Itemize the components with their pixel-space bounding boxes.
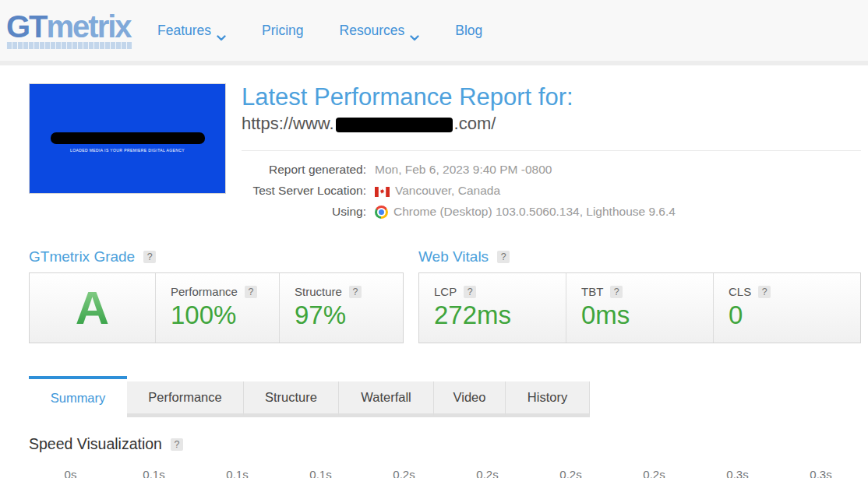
performance-label: Performance [171, 285, 238, 298]
nav-features-label: Features [157, 23, 211, 39]
metrics-section: GTmetrix Grade ? A Performance ? 100% St… [29, 248, 861, 343]
timeline-label: 0.3s [696, 468, 779, 478]
performance-value: 100% [171, 301, 279, 330]
grade-letter: A [76, 285, 109, 332]
tab-summary[interactable]: Summary [29, 376, 127, 417]
help-icon[interactable]: ? [171, 438, 183, 451]
help-icon[interactable]: ? [143, 251, 156, 263]
redaction-bar [51, 132, 205, 144]
tab-waterfall[interactable]: Waterfall [339, 381, 434, 417]
structure-label: Structure [295, 285, 342, 298]
nav-resources[interactable]: Resources [340, 23, 420, 39]
timeline-labels: 0s 0.1s 0.1s 0.1s 0.2s 0.2s 0.2s 0.2s 0.… [29, 468, 863, 478]
chevron-down-icon [217, 29, 226, 35]
tab-structure[interactable]: Structure [244, 381, 339, 417]
tab-video[interactable]: Video [434, 381, 506, 417]
url-redaction-bar [336, 118, 453, 132]
cls-label: CLS [729, 285, 751, 298]
detail-value: Chrome (Desktop) 103.0.5060.134, Lightho… [375, 205, 676, 219]
metric-label-row: LCP ? [434, 285, 566, 298]
nav-pricing-label: Pricing [262, 23, 304, 39]
web-vitals-heading: Web Vitals [418, 248, 489, 265]
chrome-browser-icon [375, 206, 388, 219]
report-details: Report generated: Mon, Feb 6, 2023 9:40 … [242, 163, 861, 219]
ruler-graphic [6, 42, 132, 49]
tab-performance[interactable]: Performance [127, 381, 244, 417]
timeline-label: 0.1s [196, 468, 279, 478]
lcp-value: 272ms [434, 301, 566, 330]
lcp-label: LCP [434, 285, 457, 298]
metric-label-row: Performance ? [171, 285, 279, 298]
timeline-label: 0.1s [279, 468, 362, 478]
canada-flag-icon [375, 186, 390, 196]
report-page: LOADED MEDIA IS YOUR PREMIERE DIGITAL AG… [0, 65, 868, 478]
timeline-label: 0.1s [112, 468, 196, 478]
gtmetrix-logo-text: GTmetrix [6, 12, 132, 41]
tbt-metric: TBT ? 0ms [566, 273, 713, 343]
metric-label-row: CLS ? [729, 285, 860, 298]
help-icon[interactable]: ? [610, 286, 623, 298]
site-thumbnail: LOADED MEDIA IS YOUR PREMIERE DIGITAL AG… [29, 83, 226, 194]
timeline-label: 0.2s [612, 468, 696, 478]
thumbnail-tagline: LOADED MEDIA IS YOUR PREMIERE DIGITAL AG… [30, 148, 225, 153]
structure-metric: Structure ? 97% [279, 273, 403, 343]
timeline-label: 0.2s [529, 468, 612, 478]
help-icon[interactable]: ? [464, 286, 476, 298]
report-url: https://www. .com/ [242, 114, 861, 134]
web-vitals-block: Web Vitals ? LCP ? 272ms TBT ? 0ms [418, 248, 861, 343]
page-title: Latest Performance Report for: [242, 83, 861, 111]
gtmetrix-grade-block: GTmetrix Grade ? A Performance ? 100% St… [29, 248, 404, 343]
metric-label-row: Structure ? [295, 285, 403, 298]
nav-features[interactable]: Features [157, 23, 226, 39]
gtmetrix-logo[interactable]: GTmetrix [6, 12, 132, 49]
timeline-label: 0.2s [362, 468, 446, 478]
report-tabs: Summary Performance Structure Waterfall … [29, 376, 861, 417]
detail-row-generated: Report generated: Mon, Feb 6, 2023 9:40 … [242, 163, 861, 177]
timeline-label: 0s [29, 468, 112, 478]
grade-card: A Performance ? 100% Structure ? 97% [29, 272, 404, 343]
detail-value: Mon, Feb 6, 2023 9:40 PM -0800 [375, 163, 552, 177]
divider [242, 150, 861, 151]
detail-label: Test Server Location: [242, 184, 366, 198]
tab-history[interactable]: History [506, 381, 590, 417]
url-prefix: https://www. [242, 114, 334, 134]
nav-pricing[interactable]: Pricing [262, 23, 304, 39]
cls-metric: CLS ? 0 [713, 273, 860, 343]
help-icon[interactable]: ? [758, 286, 771, 298]
grade-letter-cell: A [30, 273, 155, 343]
tbt-label: TBT [581, 285, 603, 298]
speed-visualization-heading-row: Speed Visualization ? [29, 435, 861, 453]
detail-label: Using: [242, 205, 366, 219]
web-vitals-heading-row: Web Vitals ? [418, 248, 861, 265]
structure-value: 97% [295, 301, 403, 330]
detail-browser-text: Chrome (Desktop) 103.0.5060.134, Lightho… [393, 205, 676, 219]
logo-metrix: metrix [47, 9, 131, 44]
performance-metric: Performance ? 100% [155, 273, 279, 343]
report-info: Latest Performance Report for: https://w… [242, 83, 861, 226]
speed-visualization-section: Speed Visualization ? 0s 0.1s 0.1s 0.1s … [29, 435, 861, 478]
detail-location-text: Vancouver, Canada [395, 184, 500, 198]
detail-value: Vancouver, Canada [375, 184, 500, 198]
web-vitals-card: LCP ? 272ms TBT ? 0ms CLS ? [418, 272, 861, 343]
nav-blog-label: Blog [455, 23, 482, 39]
logo-gt: GT [6, 9, 47, 44]
tbt-value: 0ms [581, 301, 713, 330]
main-nav: Features Pricing Resources Blog [157, 23, 482, 39]
speed-visualization-heading: Speed Visualization [29, 435, 162, 453]
detail-label: Report generated: [242, 163, 366, 177]
nav-resources-label: Resources [340, 23, 405, 39]
grade-heading: GTmetrix Grade [29, 248, 135, 265]
nav-blog[interactable]: Blog [455, 23, 482, 39]
report-header-section: LOADED MEDIA IS YOUR PREMIERE DIGITAL AG… [29, 83, 861, 226]
metric-label-row: TBT ? [581, 285, 713, 298]
help-icon[interactable]: ? [245, 286, 257, 298]
cls-value: 0 [729, 301, 860, 330]
detail-row-using: Using: Chrome (Desktop) 103.0.5060.134, … [242, 205, 861, 219]
help-icon[interactable]: ? [497, 251, 510, 263]
url-suffix: .com/ [454, 114, 496, 134]
help-icon[interactable]: ? [349, 286, 362, 298]
grade-heading-row: GTmetrix Grade ? [29, 248, 404, 265]
detail-row-location: Test Server Location: Vancouver, Canada [242, 184, 861, 198]
site-header: GTmetrix Features Pricing Resources Blog [0, 0, 868, 65]
timeline-label: 0.3s [779, 468, 863, 478]
